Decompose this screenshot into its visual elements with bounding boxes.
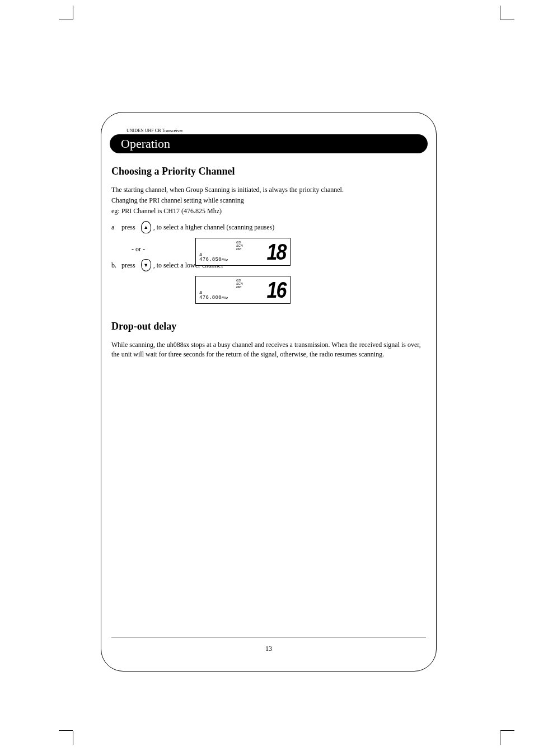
lcd-display-2: S 476.800MHz GS SCN PRI 16 <box>195 276 291 304</box>
lcd-s-indicator: S <box>199 252 263 257</box>
lcd-channel-number: 18 <box>266 240 287 264</box>
lcd-display-1: S 476.850MHz GS SCN PRI 18 <box>195 238 291 266</box>
footer-rule <box>111 637 426 637</box>
body-line: The starting channel, when Group Scannin… <box>111 185 426 195</box>
down-arrow-icon: ▼ <box>141 259 151 271</box>
step-text: , to select a higher channel (scanning p… <box>153 223 275 232</box>
lcd-annunciators: GS SCN PRI <box>236 241 243 251</box>
page-frame: UNIDEN UHF CB Transceiver Operation Choo… <box>101 112 437 672</box>
lcd-s-indicator: S <box>199 290 263 295</box>
lcd-frequency: 476.850MHz <box>199 257 263 262</box>
lcd-frequency: 476.800MHz <box>199 295 263 300</box>
body-line: Changing the PRI channel setting while s… <box>111 196 426 205</box>
step-press: press <box>121 261 135 270</box>
page-number: 13 <box>101 645 436 653</box>
up-arrow-icon: ▲ <box>141 221 151 233</box>
crop-mark <box>500 6 500 20</box>
heading-dropout-delay: Drop-out delay <box>111 321 426 332</box>
crop-mark <box>500 731 500 745</box>
crop-mark <box>73 6 73 20</box>
step-a: a press ▲ , to select a higher channel (… <box>111 221 426 233</box>
header-small-text: UNIDEN UHF CB Transceiver <box>127 128 428 133</box>
heading-priority-channel: Choosing a Priority Channel <box>111 166 426 177</box>
crop-mark <box>73 731 73 745</box>
lcd-annunciators: GS SCN PRI <box>236 279 243 289</box>
step-label: a <box>111 223 121 232</box>
body-line: eg: PRI Channel is CH17 (476.825 Mhz) <box>111 206 426 216</box>
body-paragraph: While scanning, the uh088sx stops at a b… <box>111 340 426 359</box>
step-press: press <box>121 223 135 232</box>
header: UNIDEN UHF CB Transceiver Operation <box>110 128 428 153</box>
section-pill: Operation <box>110 134 428 153</box>
lcd-left: S 476.850MHz <box>199 240 263 264</box>
lcd-left: S 476.800MHz <box>199 278 263 302</box>
step-label: b. <box>111 261 121 270</box>
crop-mark <box>500 730 514 731</box>
crop-mark <box>59 20 73 20</box>
lcd-channel-number: 16 <box>266 278 287 302</box>
crop-mark <box>59 730 73 731</box>
crop-mark <box>500 20 514 20</box>
lcd-pri: PRI <box>236 247 243 251</box>
lcd-pri: PRI <box>236 285 243 289</box>
